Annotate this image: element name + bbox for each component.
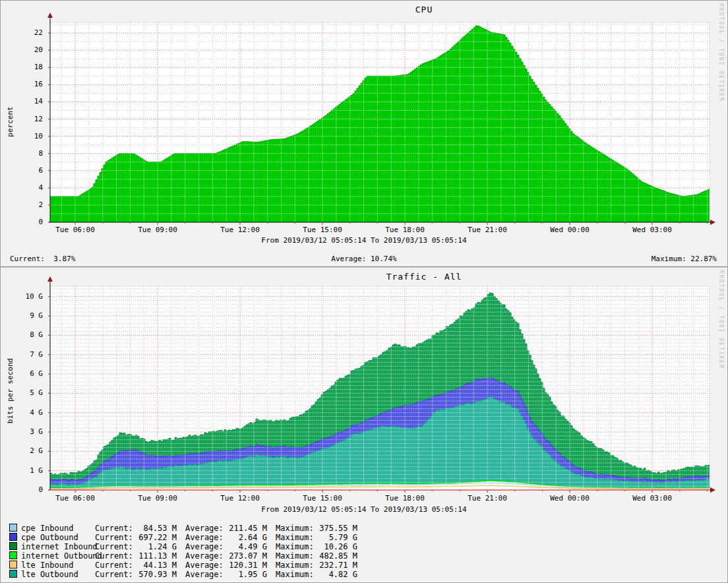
y-tick-label: 7 G <box>16 350 43 359</box>
legend-series-name: lte Outbound <box>21 570 95 579</box>
legend-series-name: internet Inbound <box>21 542 95 551</box>
legend-average-label: Average: <box>185 551 224 561</box>
legend-current-value: 1.24 G <box>133 542 177 551</box>
legend-maximum-label: Maximum: <box>276 561 314 570</box>
x-axis-arrow-icon <box>710 487 715 493</box>
x-tick-label: Tue 06:00 <box>46 494 105 503</box>
y-tick-label: 10 G <box>16 292 43 301</box>
x-tick-label: Wed 03:00 <box>622 226 682 234</box>
traffic-legend: cpe InboundCurrent:84.53 MAverage:211.45… <box>9 524 357 579</box>
legend-row: internet InboundCurrent:1.24 GAverage:4.… <box>9 542 357 551</box>
legend-average-value: 1.95 G <box>224 570 267 579</box>
y-tick-label: 8 <box>16 149 43 158</box>
legend-current-value: 570.93 M <box>133 570 177 579</box>
legend-swatch-icon <box>9 561 17 568</box>
cpu-stats-footer: Current: 3.87% Average: 10.74% Maximum: … <box>1 255 727 264</box>
legend-swatch-icon <box>9 551 17 559</box>
cpu-time-range: From 2019/03/12 05:05:14 To 2019/03/13 0… <box>1 236 727 245</box>
legend-swatch-icon <box>9 524 17 532</box>
y-tick-label: 22 <box>16 28 43 37</box>
legend-current-value: 111.13 M <box>133 551 177 561</box>
legend-maximum-label: Maximum: <box>276 524 314 533</box>
legend-row: lte OutboundCurrent:570.93 MAverage:1.95… <box>9 570 357 579</box>
y-tick-label: 2 G <box>16 446 43 455</box>
legend-average-value: 2.64 G <box>224 533 267 542</box>
legend-average-value: 120.31 M <box>224 561 267 570</box>
legend-maximum-value: 10.26 G <box>314 542 357 551</box>
legend-average-label: Average: <box>185 533 224 542</box>
x-tick-label: Tue 09:00 <box>128 226 187 234</box>
y-tick-label: 1 G <box>16 466 43 475</box>
cpu-graph-panel: CPU percent RRDTOOL / TOBI OETIKER From … <box>1 1 727 268</box>
y-tick-label: 0 <box>16 218 43 226</box>
legend-average-label: Average: <box>185 561 224 570</box>
legend-current-value: 84.53 M <box>133 524 177 533</box>
cpu-average-stat: Average: 10.74% <box>331 255 396 263</box>
y-tick-label: 4 G <box>16 408 43 417</box>
legend-maximum-value: 5.79 G <box>314 533 357 542</box>
y-tick-label: 6 <box>16 166 43 175</box>
legend-current-label: Current: <box>95 533 133 542</box>
x-tick-label: Tue 15:00 <box>293 226 352 234</box>
cpu-maximum-stat: Maximum: 22.87% <box>652 255 717 263</box>
legend-current-label: Current: <box>95 524 133 533</box>
y-tick-label: 10 <box>16 132 43 140</box>
x-tick-label: Tue 12:00 <box>210 494 270 503</box>
y-tick-label: 6 G <box>16 369 43 378</box>
x-tick-label: Tue 18:00 <box>375 494 435 503</box>
x-tick-label: Tue 09:00 <box>128 494 187 503</box>
cpu-chart <box>1 1 727 266</box>
legend-row: cpe OutboundCurrent:697.22 MAverage:2.64… <box>9 533 357 542</box>
y-tick-label: 4 <box>16 183 43 192</box>
legend-maximum-label: Maximum: <box>276 533 314 542</box>
legend-swatch-icon <box>9 570 17 578</box>
x-tick-label: Wed 03:00 <box>622 494 682 503</box>
y-tick-label: 20 <box>16 46 43 54</box>
y-tick-label: 16 <box>16 80 43 88</box>
legend-maximum-value: 375.55 M <box>314 524 357 533</box>
y-axis-arrow-icon <box>47 13 53 18</box>
legend-swatch-icon <box>9 542 17 550</box>
legend-maximum-value: 232.71 M <box>314 561 357 570</box>
legend-average-value: 273.07 M <box>224 551 267 561</box>
y-tick-label: 5 G <box>16 388 43 397</box>
x-tick-label: Tue 21:00 <box>458 226 517 234</box>
legend-average-value: 4.49 G <box>224 542 267 551</box>
y-tick-label: 8 G <box>16 330 43 339</box>
rrdtool-graph-stack: CPU percent RRDTOOL / TOBI OETIKER From … <box>0 0 728 583</box>
legend-row: internet OutboundCurrent:111.13 MAverage… <box>9 551 357 561</box>
legend-maximum-label: Maximum: <box>276 542 314 551</box>
x-tick-label: Wed 00:00 <box>540 494 599 503</box>
legend-maximum-label: Maximum: <box>276 570 314 579</box>
legend-maximum-value: 4.82 G <box>314 570 357 579</box>
y-axis-arrow-icon <box>47 276 53 282</box>
legend-average-label: Average: <box>185 524 224 533</box>
legend-swatch-icon <box>9 533 17 541</box>
y-tick-label: 18 <box>16 63 43 71</box>
legend-current-value: 697.22 M <box>133 533 177 542</box>
legend-average-label: Average: <box>185 570 224 579</box>
x-axis-arrow-icon <box>710 220 715 225</box>
y-tick-label: 0 <box>16 485 43 494</box>
legend-current-label: Current: <box>95 570 133 579</box>
cpu-current-stat: Current: 3.87% <box>10 255 75 263</box>
legend-average-label: Average: <box>185 542 224 551</box>
legend-maximum-value: 482.85 M <box>314 551 357 561</box>
legend-current-label: Current: <box>95 561 133 570</box>
x-tick-label: Tue 12:00 <box>210 226 270 234</box>
legend-series-name: lte Inbound <box>21 561 95 570</box>
x-tick-label: Tue 15:00 <box>293 494 352 503</box>
x-tick-label: Tue 18:00 <box>375 226 435 234</box>
y-tick-label: 12 <box>16 115 43 123</box>
y-tick-label: 14 <box>16 97 43 106</box>
x-tick-label: Tue 06:00 <box>46 226 105 234</box>
x-tick-label: Wed 00:00 <box>540 226 599 234</box>
legend-current-label: Current: <box>95 551 133 561</box>
x-tick-label: Tue 21:00 <box>458 494 517 503</box>
legend-current-value: 44.13 M <box>133 561 177 570</box>
traffic-graph-panel: Traffic - All bits per second RRDTOOL / … <box>1 268 727 582</box>
legend-average-value: 211.45 M <box>224 524 267 533</box>
legend-row: cpe InboundCurrent:84.53 MAverage:211.45… <box>9 524 357 533</box>
legend-current-label: Current: <box>95 542 133 551</box>
y-tick-label: 3 G <box>16 427 43 436</box>
